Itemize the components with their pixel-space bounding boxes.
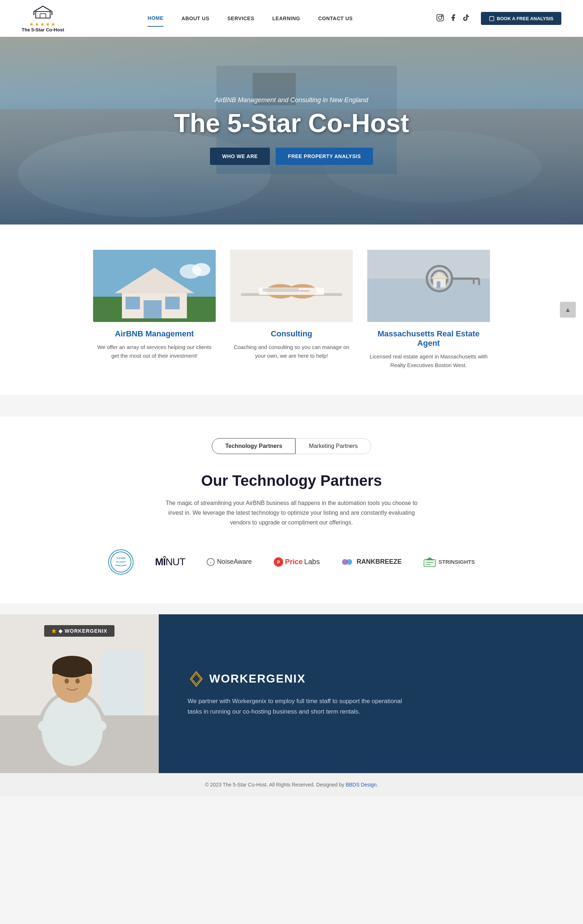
partner-logo-strinsights: STRINSIGHTS	[423, 556, 475, 568]
tab-technology-partners[interactable]: Technology Partners	[212, 438, 295, 454]
svg-rect-63	[52, 667, 92, 674]
hero-section: AirBNB Management and Consulting in New …	[0, 37, 583, 224]
svg-text:i: i	[210, 561, 211, 564]
service-title-consulting: Consulting	[271, 329, 313, 338]
svg-rect-1	[40, 14, 46, 18]
partner-logo-circle: 5-STAR CO-HOST	[108, 549, 133, 574]
service-img-airbnb	[93, 250, 216, 322]
footer-text: © 2023 The 5-Star Co-Host. All Rights Re…	[21, 782, 562, 787]
svg-point-67	[81, 719, 106, 733]
svg-point-22	[192, 263, 210, 276]
partners-description: The magic of streamlining your AirBNB bu…	[165, 498, 418, 528]
service-card-airbnb: AirBNB Management We offer an array of s…	[93, 250, 216, 360]
svg-rect-19	[125, 297, 140, 309]
workergenix-description: We partner with Workergenix to employ fu…	[188, 696, 404, 717]
nav-item-home[interactable]: HOME	[148, 10, 163, 27]
workergenix-logo: WORKERGENIX	[188, 670, 554, 688]
svg-point-50	[346, 559, 352, 565]
partners-logos: 5-STAR CO-HOST MÎNUT i NoiseAware	[36, 549, 547, 574]
header: ★★★★★ The 5-Star Co-Host HOME ABOUT US S…	[0, 0, 583, 37]
partners-tabs: Technology Partners Marketing Partners	[36, 438, 547, 454]
logo-house-icon	[32, 4, 54, 21]
free-analysis-button[interactable]: FREE PROPERTY ANALYSIS	[276, 148, 373, 165]
svg-text:CO-HOST: CO-HOST	[116, 561, 126, 563]
minut-wordmark: MÎNUT	[155, 556, 185, 568]
svg-text:5-STAR: 5-STAR	[116, 557, 125, 559]
pricelabs-labs: Labs	[304, 558, 319, 566]
workergenix-image-badge: ◆ WORKERGENIX	[44, 625, 114, 637]
svg-rect-30	[263, 289, 299, 289]
partner-logo-rankbreeze: RANKBREEZE	[341, 558, 402, 566]
nav-item-learning[interactable]: LEARNING	[272, 10, 300, 26]
service-desc-realestate: Licensed real estate agent in Massachuse…	[367, 352, 490, 370]
nav-item-about[interactable]: ABOUT US	[181, 10, 209, 26]
workergenix-name: WORKERGENIX	[209, 672, 306, 685]
noiseaware-text: NoiseAware	[217, 558, 252, 566]
svg-rect-18	[143, 300, 161, 318]
noiseaware-wordmark: i NoiseAware	[207, 558, 252, 566]
service-card-consulting: Consulting Coaching and consulting so yo…	[230, 250, 353, 360]
workergenix-section: ◆ WORKERGENIX WORKERGENIX We partner wit…	[0, 614, 583, 773]
instagram-icon[interactable]	[436, 14, 444, 23]
svg-text:P: P	[277, 560, 280, 565]
section-spacer	[0, 395, 583, 416]
hero-content: AirBNB Management and Consulting in New …	[174, 96, 409, 165]
services-cards: AirBNB Management We offer an array of s…	[0, 224, 583, 395]
svg-point-4	[441, 15, 443, 16]
book-btn-label: BOOK A FREE ANALYSIS	[497, 16, 553, 21]
service-title-airbnb: AirBNB Management	[115, 329, 194, 338]
tab-marketing-partners[interactable]: Marketing Partners	[295, 438, 371, 454]
main-nav: HOME ABOUT US SERVICES LEARNING CONTACT …	[126, 10, 374, 27]
workergenix-bg-image	[0, 614, 159, 773]
svg-rect-31	[263, 290, 310, 291]
svg-rect-20	[165, 297, 180, 309]
rankbreeze-text: RANKBREEZE	[356, 558, 402, 566]
scroll-up-button[interactable]: ▲	[560, 302, 576, 318]
svg-marker-68	[51, 629, 56, 634]
footer-link[interactable]: BBDS Design.	[346, 782, 378, 787]
workergenix-badge-text: ◆ WORKERGENIX	[58, 628, 107, 634]
svg-rect-41	[437, 282, 440, 288]
service-desc-consulting: Coaching and consulting so you can manag…	[230, 343, 353, 360]
svg-point-64	[64, 678, 69, 684]
workergenix-image-column: ◆ WORKERGENIX	[0, 614, 159, 773]
service-title-realestate: Massachusetts Real Estate Agent	[367, 329, 490, 348]
service-img-consulting	[230, 250, 353, 322]
footer: © 2023 The 5-Star Co-Host. All Rights Re…	[0, 773, 583, 796]
hero-title: The 5-Star Co-Host	[174, 109, 409, 137]
services-section: AirBNB Management We offer an array of s…	[0, 224, 583, 395]
partners-section: Technology Partners Marketing Partners O…	[0, 416, 583, 604]
logo: ★★★★★ The 5-Star Co-Host	[21, 4, 64, 33]
rankbreeze-wordmark: RANKBREEZE	[341, 558, 402, 566]
book-analysis-button[interactable]: BOOK A FREE ANALYSIS	[481, 12, 562, 25]
who-we-are-button[interactable]: WHO WE ARE	[210, 148, 270, 165]
svg-rect-0	[36, 12, 50, 18]
svg-rect-51	[424, 559, 435, 567]
strinsights-text: STRINSIGHTS	[438, 559, 475, 565]
svg-marker-52	[425, 557, 434, 560]
social-icons	[436, 14, 470, 23]
workergenix-content: WORKERGENIX We partner with Workergenix …	[159, 614, 583, 773]
service-card-realestate: Massachusetts Real Estate Agent Licensed…	[367, 250, 490, 370]
hero-subtitle: AirBNB Management and Consulting in New …	[174, 96, 409, 104]
service-desc-airbnb: We offer an array of services helping ou…	[93, 343, 216, 360]
svg-rect-23	[230, 250, 353, 322]
pricelabs-wordmark: P PriceLabs	[273, 557, 319, 567]
partner-logo-pricelabs: P PriceLabs	[273, 557, 319, 567]
hero-buttons: WHO WE ARE FREE PROPERTY ANALYSIS	[174, 148, 409, 165]
service-img-realestate	[367, 250, 490, 322]
header-right: BOOK A FREE ANALYSIS	[436, 12, 562, 25]
tiktok-icon[interactable]	[462, 14, 470, 23]
partner-circle-icon: 5-STAR CO-HOST	[108, 549, 133, 574]
logo-stars: ★★★★★	[29, 21, 56, 27]
svg-point-66	[38, 719, 63, 733]
partner-logo-minut: MÎNUT	[155, 556, 185, 568]
nav-item-services[interactable]: SERVICES	[227, 10, 254, 26]
facebook-icon[interactable]	[449, 14, 457, 23]
pricelabs-price: Price	[285, 558, 303, 566]
strinsights-wordmark: STRINSIGHTS	[423, 556, 475, 568]
logo-text: The 5-Star Co-Host	[21, 27, 64, 33]
partner-logo-noiseaware: i NoiseAware	[207, 558, 252, 566]
svg-rect-57	[101, 650, 144, 715]
nav-item-contact[interactable]: CONTACT US	[318, 10, 353, 26]
